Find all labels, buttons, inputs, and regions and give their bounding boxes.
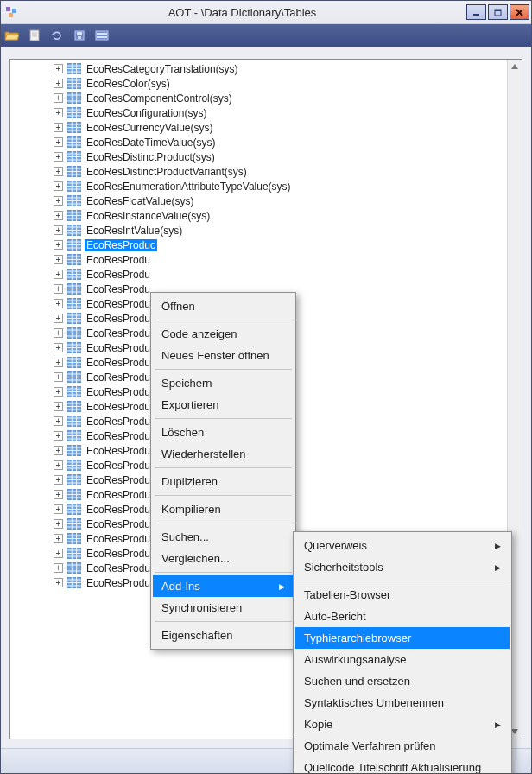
tree-row[interactable]: +EcoResCurrencyValue(sys) xyxy=(10,120,508,135)
expand-icon[interactable]: + xyxy=(54,314,63,323)
expand-icon[interactable]: + xyxy=(54,534,63,543)
tree-item-label: EcoResProdu xyxy=(85,283,152,295)
expand-icon[interactable]: + xyxy=(54,93,63,103)
open-folder-icon[interactable] xyxy=(4,28,20,43)
context-menu-item[interactable]: Kompilieren xyxy=(153,498,294,520)
tree-item-label: EcoResProdu xyxy=(85,416,152,428)
context-menu-item[interactable]: Öffnen xyxy=(153,295,294,317)
expand-icon[interactable]: + xyxy=(54,343,63,352)
table-icon xyxy=(67,386,81,398)
submenu-item[interactable]: Kopie▶ xyxy=(295,714,510,735)
tree-item-label: EcoResProdu xyxy=(85,489,152,501)
context-menu-item[interactable]: Exportieren xyxy=(153,394,294,416)
tree-item-label: EcoResProdu xyxy=(85,327,152,339)
expand-icon[interactable]: + xyxy=(54,578,63,587)
expand-icon[interactable]: + xyxy=(54,460,63,470)
document-icon[interactable] xyxy=(27,28,42,43)
context-menu-item[interactable]: Speichern xyxy=(153,372,294,394)
tree-row[interactable]: +EcoResDistinctProduct(sys) xyxy=(10,149,508,164)
submenu-item[interactable]: Sicherheitstools▶ xyxy=(295,556,510,578)
submenu-item[interactable]: Auto-Bericht xyxy=(295,606,510,627)
context-menu-item[interactable]: Code anzeigen xyxy=(153,323,294,345)
tree-item-label: EcoResProdu xyxy=(85,371,152,384)
context-menu-item[interactable]: Add-Ins▶ xyxy=(153,575,294,597)
expand-icon[interactable]: + xyxy=(54,181,63,191)
expand-icon[interactable]: + xyxy=(54,431,63,441)
expand-icon[interactable]: + xyxy=(54,446,63,455)
expand-icon[interactable]: + xyxy=(54,123,63,132)
context-menu-item[interactable]: Synchronisieren xyxy=(153,597,294,619)
tree-row[interactable]: +EcoResEnumerationAttributeTypeValue(sys… xyxy=(10,179,508,194)
tree-row[interactable]: +EcoResFloatValue(sys) xyxy=(10,194,508,208)
tree-row[interactable]: +EcoResComponentControl(sys) xyxy=(10,91,508,105)
expand-icon[interactable]: + xyxy=(54,504,63,514)
expand-icon[interactable]: + xyxy=(54,196,63,206)
context-menu-item[interactable]: Eigenschaften xyxy=(153,625,294,646)
minimize-button[interactable] xyxy=(466,4,486,20)
expand-icon[interactable]: + xyxy=(54,225,63,235)
context-menu-item[interactable]: Duplizieren xyxy=(153,471,294,492)
svg-rect-6 xyxy=(30,30,39,41)
properties-icon[interactable] xyxy=(94,28,110,43)
submenu-item[interactable]: Auswirkungsanalyse xyxy=(295,649,510,670)
expand-icon[interactable]: + xyxy=(54,372,63,382)
menu-item-label: Sicherheitstools xyxy=(304,561,495,574)
expand-icon[interactable]: + xyxy=(54,79,63,88)
expand-icon[interactable]: + xyxy=(54,387,63,397)
table-icon xyxy=(67,489,81,501)
context-menu-item[interactable]: Vergleichen... xyxy=(153,548,294,569)
tree-row[interactable]: +EcoResConfiguration(sys) xyxy=(10,105,508,120)
submenu-item[interactable]: Querverweis▶ xyxy=(295,535,510,556)
expand-icon[interactable]: + xyxy=(54,152,63,162)
expand-icon[interactable]: + xyxy=(54,490,63,499)
expand-icon[interactable]: + xyxy=(54,563,63,573)
tree-row[interactable]: +EcoResInstanceValue(sys) xyxy=(10,208,508,223)
submenu-item[interactable]: Syntaktisches Umbenennen xyxy=(295,692,510,714)
tree-item-label: EcoResProdu xyxy=(85,298,152,310)
expand-icon[interactable]: + xyxy=(54,328,63,338)
expand-icon[interactable]: + xyxy=(54,475,63,485)
expand-icon[interactable]: + xyxy=(54,519,63,529)
tree-row[interactable]: +EcoResProdu xyxy=(10,252,508,267)
expand-icon[interactable]: + xyxy=(54,549,63,558)
expand-icon[interactable]: + xyxy=(54,358,63,367)
svg-rect-13 xyxy=(96,31,108,40)
expand-icon[interactable]: + xyxy=(54,284,63,294)
submenu-addins[interactable]: Querverweis▶Sicherheitstools▶Tabellen-Br… xyxy=(293,531,512,774)
submenu-item[interactable]: Typhierarchiebrowser xyxy=(295,627,510,649)
tree-row[interactable]: +EcoResDateTimeValue(sys) xyxy=(10,135,508,149)
context-menu-item[interactable]: Löschen xyxy=(153,422,294,443)
titlebar[interactable]: AOT - \Data Dictionary\Tables xyxy=(1,1,531,24)
expand-icon[interactable]: + xyxy=(54,108,63,117)
expand-icon[interactable]: + xyxy=(54,402,63,411)
close-button[interactable] xyxy=(510,4,529,20)
expand-icon[interactable]: + xyxy=(54,270,63,279)
tree-row[interactable]: +EcoResProdu xyxy=(10,267,508,282)
submenu-item[interactable]: Optimale Verfahren prüfen xyxy=(295,735,510,757)
tree-row[interactable]: +EcoResColor(sys) xyxy=(10,76,508,91)
expand-icon[interactable]: + xyxy=(54,167,63,176)
expand-icon[interactable]: + xyxy=(54,255,63,264)
expand-icon[interactable]: + xyxy=(54,137,63,147)
tree-row[interactable]: +EcoResProduc xyxy=(10,238,508,252)
tree-row[interactable]: +EcoResIntValue(sys) xyxy=(10,223,508,238)
expand-icon[interactable]: + xyxy=(54,240,63,250)
context-menu-item[interactable]: Wiederherstellen xyxy=(153,443,294,465)
tree-row[interactable]: +EcoResDistinctProductVariant(sys) xyxy=(10,164,508,179)
tree-row[interactable]: +EcoResCategoryTranslation(sys) xyxy=(10,61,508,76)
submenu-item[interactable]: Quellcode Titelschrift Aktualisierung xyxy=(295,757,510,774)
context-menu-item[interactable]: Neues Fenster öffnen xyxy=(153,345,294,366)
submenu-item[interactable]: Suchen und ersetzen xyxy=(295,670,510,692)
scroll-up-icon[interactable] xyxy=(508,60,522,73)
save-icon[interactable] xyxy=(72,28,87,43)
expand-icon[interactable]: + xyxy=(54,416,63,426)
maximize-button[interactable] xyxy=(488,4,508,20)
refresh-icon[interactable] xyxy=(49,28,65,43)
expand-icon[interactable]: + xyxy=(54,211,63,220)
submenu-item[interactable]: Tabellen-Browser xyxy=(295,584,510,606)
tree-item-label: EcoResProdu xyxy=(85,445,152,457)
context-menu[interactable]: ÖffnenCode anzeigenNeues Fenster öffnenS… xyxy=(150,292,296,650)
expand-icon[interactable]: + xyxy=(54,64,63,73)
expand-icon[interactable]: + xyxy=(54,299,63,308)
context-menu-item[interactable]: Suchen... xyxy=(153,526,294,548)
